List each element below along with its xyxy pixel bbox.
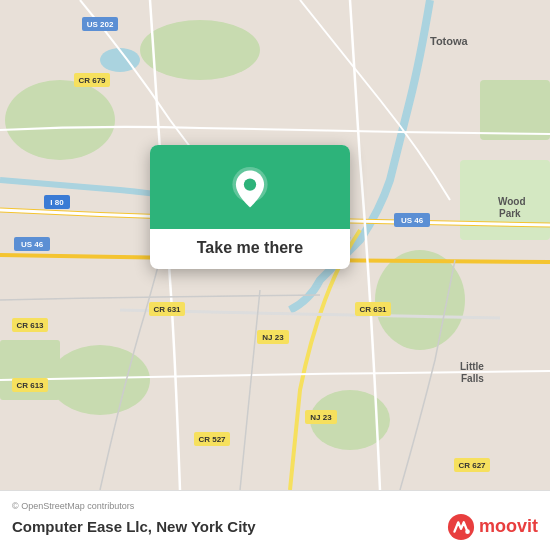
svg-text:CR 631: CR 631 [359, 305, 387, 314]
svg-text:CR 527: CR 527 [198, 435, 226, 444]
svg-text:Totowa: Totowa [430, 35, 469, 47]
svg-point-2 [140, 20, 260, 80]
svg-text:US 202: US 202 [87, 20, 114, 29]
svg-rect-3 [480, 80, 550, 140]
attribution-text: © OpenStreetMap contributors [12, 501, 538, 511]
svg-text:NJ 23: NJ 23 [262, 333, 284, 342]
bottom-bar: © OpenStreetMap contributors Computer Ea… [0, 490, 550, 550]
map-container: US 202 CR 679 I 80 US 46 US 46 CR 613 CR… [0, 0, 550, 490]
svg-text:US 46: US 46 [401, 216, 424, 225]
moovit-brand-icon [447, 513, 475, 541]
svg-text:Little: Little [460, 361, 484, 372]
svg-text:Park: Park [499, 208, 521, 219]
location-pin-icon [228, 167, 272, 211]
card-green-section [150, 145, 350, 229]
place-name: Computer Ease Llc, New York City [12, 518, 256, 535]
svg-point-1 [5, 80, 115, 160]
moovit-brand-text: moovit [479, 516, 538, 537]
svg-point-43 [244, 178, 256, 190]
svg-text:CR 613: CR 613 [16, 381, 44, 390]
svg-text:NJ 23: NJ 23 [310, 413, 332, 422]
svg-text:CR 613: CR 613 [16, 321, 44, 330]
take-me-there-button[interactable]: Take me there [150, 229, 350, 269]
svg-text:Falls: Falls [461, 373, 484, 384]
svg-text:US 46: US 46 [21, 240, 44, 249]
svg-point-5 [375, 250, 465, 350]
svg-text:CR 679: CR 679 [78, 76, 106, 85]
svg-point-45 [465, 529, 470, 534]
bottom-row: Computer Ease Llc, New York City moovit [12, 513, 538, 541]
svg-point-4 [50, 345, 150, 415]
moovit-logo[interactable]: moovit [447, 513, 538, 541]
svg-text:I 80: I 80 [50, 198, 64, 207]
svg-text:CR 631: CR 631 [153, 305, 181, 314]
svg-text:Wood: Wood [498, 196, 526, 207]
card-overlay: Take me there [150, 145, 350, 269]
svg-text:CR 627: CR 627 [458, 461, 486, 470]
